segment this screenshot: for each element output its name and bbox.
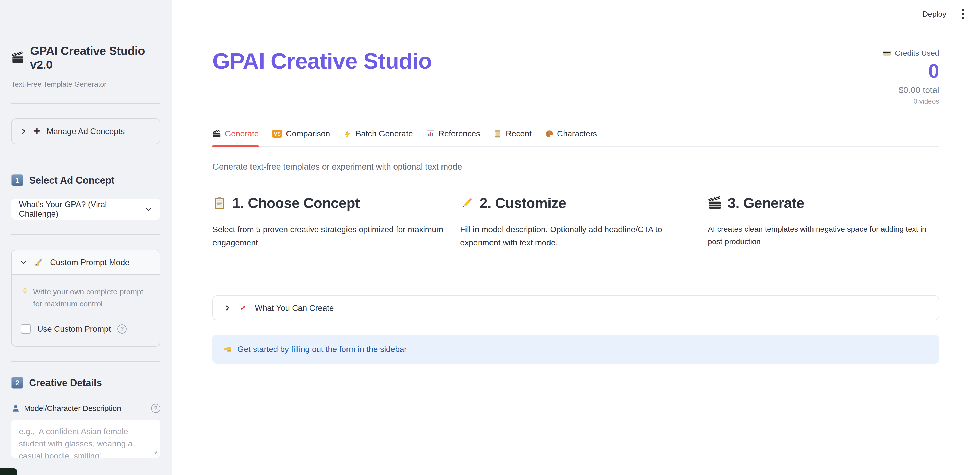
custom-prompt-expander: Custom Prompt Mode Write your own comple… bbox=[11, 250, 161, 347]
ad-concept-selected-value: What's Your GPA? (Viral Challenge) bbox=[19, 200, 144, 218]
step-choose-concept: 1. Choose Concept Select from 5 proven c… bbox=[212, 194, 444, 250]
tab-characters[interactable]: Characters bbox=[545, 129, 597, 146]
clapper-board-icon bbox=[212, 129, 221, 138]
app-toolbar: Deploy bbox=[923, 0, 980, 28]
corner-status-widget[interactable] bbox=[0, 469, 18, 475]
sidebar-title-row: GPAI Creative Studio v2.0 bbox=[11, 44, 161, 72]
use-custom-prompt-checkbox[interactable] bbox=[21, 324, 31, 334]
sidebar-app-title: GPAI Creative Studio v2.0 bbox=[30, 44, 161, 72]
credits-metric-value: 0 bbox=[882, 60, 939, 82]
custom-prompt-hint-row: Write your own complete prompt for maxim… bbox=[21, 286, 151, 310]
get-started-info-text: Get started by filling out the form in t… bbox=[237, 344, 407, 354]
divider bbox=[11, 234, 161, 235]
pointing-left-icon bbox=[223, 345, 232, 354]
chevron-down-icon bbox=[144, 205, 153, 214]
tab-recent[interactable]: Recent bbox=[493, 129, 531, 146]
what-you-can-create-expander[interactable]: What You Can Create bbox=[212, 295, 939, 320]
tab-tagline: Generate text-free templates or experime… bbox=[212, 162, 939, 172]
sidebar-subtitle: Text-Free Template Generator bbox=[11, 80, 161, 88]
manage-ad-concepts-header[interactable]: + Manage Ad Concepts bbox=[12, 119, 160, 143]
step-customize: 2. Customize Fill in model description. … bbox=[460, 194, 692, 250]
help-icon[interactable]: ? bbox=[151, 404, 161, 413]
clapper-board-icon bbox=[11, 51, 24, 64]
creative-details-heading: Creative Details bbox=[29, 378, 102, 389]
custom-prompt-expander-body: Write your own complete prompt for maxim… bbox=[12, 275, 160, 346]
tab-bar: Generate VS Comparison Batch Generate Re… bbox=[212, 129, 939, 147]
ad-concept-select[interactable]: What's Your GPA? (Viral Challenge) bbox=[11, 199, 161, 220]
step-choose-concept-heading: 1. Choose Concept bbox=[232, 194, 360, 211]
resize-handle-icon[interactable] bbox=[152, 449, 158, 454]
chevron-right-icon bbox=[20, 128, 27, 135]
step-customize-heading: 2. Customize bbox=[479, 194, 566, 211]
divider bbox=[11, 103, 161, 104]
main-menu-kebab-icon[interactable] bbox=[959, 6, 967, 22]
custom-prompt-expander-header[interactable]: Custom Prompt Mode bbox=[12, 250, 160, 275]
model-description-label: Model/Character Description bbox=[24, 404, 121, 413]
credits-metric-caption: 0 videos bbox=[882, 97, 939, 105]
clipboard-icon bbox=[212, 196, 227, 210]
step-generate-text: AI creates clean templates with negative… bbox=[708, 223, 939, 248]
tab-batch-generate[interactable]: Batch Generate bbox=[344, 129, 413, 146]
use-custom-prompt-row: Use Custom Prompt ? bbox=[21, 324, 151, 334]
tab-references-label: References bbox=[438, 129, 480, 139]
deploy-button[interactable]: Deploy bbox=[923, 10, 946, 18]
model-description-label-row: Model/Character Description ? bbox=[11, 404, 161, 413]
help-icon[interactable]: ? bbox=[118, 324, 127, 333]
credits-metric-delta: $0.00 total bbox=[882, 85, 939, 95]
model-description-textarea[interactable] bbox=[11, 419, 161, 458]
step-customize-text: Fill in model description. Optionally ad… bbox=[460, 223, 692, 250]
credits-metric-label: Credits Used bbox=[895, 49, 939, 57]
select-concept-heading-row: 1 Select Ad Concept bbox=[11, 174, 161, 186]
divider bbox=[212, 274, 939, 275]
get-started-info: Get started by filling out the form in t… bbox=[212, 335, 939, 363]
lightning-icon bbox=[344, 129, 352, 138]
title-row: GPAI Creative Studio Credits Used 0 $0.0… bbox=[212, 48, 939, 105]
creative-details-heading-row: 2 Creative Details bbox=[11, 377, 161, 389]
chart-increasing-icon bbox=[239, 304, 247, 312]
divider bbox=[11, 361, 161, 362]
divider bbox=[11, 159, 161, 159]
use-custom-prompt-label: Use Custom Prompt bbox=[37, 324, 111, 334]
bar-chart-icon bbox=[426, 129, 435, 138]
vs-badge-icon: VS bbox=[272, 130, 282, 138]
page-title: GPAI Creative Studio bbox=[212, 48, 432, 74]
credits-metric-label-row: Credits Used bbox=[882, 48, 939, 58]
light-bulb-icon bbox=[21, 287, 29, 295]
what-you-can-create-label: What You Can Create bbox=[255, 303, 334, 313]
palette-icon bbox=[545, 129, 554, 138]
tab-references[interactable]: References bbox=[426, 129, 480, 146]
custom-prompt-hint: Write your own complete prompt for maxim… bbox=[33, 286, 151, 310]
steps-columns: 1. Choose Concept Select from 5 proven c… bbox=[212, 194, 939, 250]
tab-comparison[interactable]: VS Comparison bbox=[272, 129, 330, 146]
chevron-right-icon bbox=[224, 304, 231, 312]
tab-recent-label: Recent bbox=[506, 129, 531, 139]
keycap-1-icon: 1 bbox=[11, 174, 24, 186]
credits-metric: Credits Used 0 $0.00 total 0 videos bbox=[882, 48, 939, 105]
step-generate-heading: 3. Generate bbox=[728, 194, 804, 211]
clapper-board-icon bbox=[708, 196, 722, 210]
tab-generate[interactable]: Generate bbox=[212, 129, 259, 146]
manage-ad-concepts-expander[interactable]: + Manage Ad Concepts bbox=[11, 118, 161, 144]
keycap-2-icon: 2 bbox=[11, 377, 24, 389]
tab-generate-label: Generate bbox=[225, 129, 259, 139]
chevron-down-icon bbox=[20, 259, 27, 266]
select-concept-heading: Select Ad Concept bbox=[29, 175, 115, 186]
plus-icon: + bbox=[34, 125, 40, 136]
custom-prompt-expander-label: Custom Prompt Mode bbox=[50, 258, 129, 267]
person-bust-icon bbox=[11, 404, 20, 413]
step-generate: 3. Generate AI creates clean templates w… bbox=[708, 194, 939, 250]
main-content: Deploy GPAI Creative Studio Credits Used… bbox=[172, 0, 980, 475]
tab-comparison-label: Comparison bbox=[286, 129, 330, 139]
sidebar: GPAI Creative Studio v2.0 Text-Free Temp… bbox=[0, 0, 172, 475]
credit-card-icon bbox=[882, 48, 891, 58]
model-description-wrap bbox=[11, 419, 161, 458]
step-choose-concept-text: Select from 5 proven creative strategies… bbox=[212, 223, 444, 250]
tab-characters-label: Characters bbox=[557, 129, 597, 139]
tab-batch-generate-label: Batch Generate bbox=[356, 129, 413, 139]
manage-ad-concepts-label: Manage Ad Concepts bbox=[47, 127, 125, 136]
scroll-icon bbox=[493, 129, 502, 138]
writing-hand-icon bbox=[34, 257, 43, 267]
pencil-icon bbox=[460, 196, 474, 210]
